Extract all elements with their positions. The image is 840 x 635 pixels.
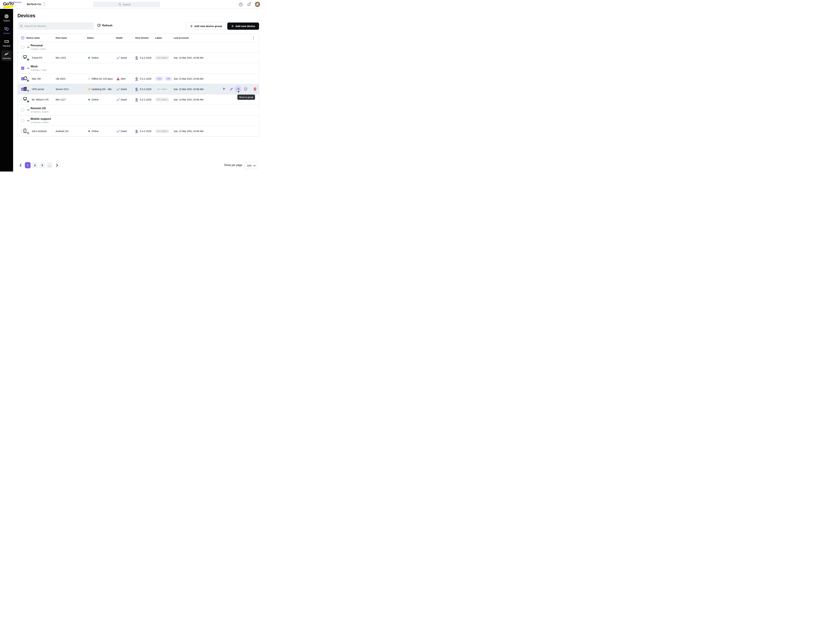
up-down-chevrons-icon <box>43 2 45 6</box>
sidebar-item-devices[interactable]: Devices <box>1 25 12 36</box>
page-button-3[interactable]: 3 <box>39 162 45 168</box>
company-switcher[interactable]: BizTech Co. <box>27 2 45 6</box>
col-host-version[interactable]: Host Version <box>135 36 148 39</box>
select-all-checkbox[interactable] <box>21 36 24 39</box>
refresh-icon <box>97 24 101 27</box>
delete-button[interactable] <box>253 87 257 91</box>
label-chip[interactable]: VM <box>165 77 172 81</box>
group-checkbox[interactable] <box>21 109 24 112</box>
sidebar-label-devices: Devices <box>3 32 10 34</box>
show-per-page-label: Show per page <box>224 164 242 167</box>
add-device-group-label: Add new device group <box>194 25 222 28</box>
product-name: Resolve <box>13 1 22 3</box>
sidebar-label-reporting: Reporting <box>3 57 11 59</box>
mac-vm-icon <box>23 76 29 81</box>
windows-logo-icon <box>27 101 29 102</box>
add-device-label: Add new device <box>235 25 255 28</box>
group-meta: 1 device, 0 alert <box>31 48 45 50</box>
label-chip[interactable]: Test <box>155 77 163 81</box>
device-row-joes-android[interactable]: Joe’s Android Android 231 Online Good G … <box>17 126 259 136</box>
device-row-travel-pc[interactable]: Travel PC Win 1023 Online Good G 5.3.2.1… <box>17 52 259 63</box>
global-search-input[interactable] <box>123 3 134 6</box>
col-last-accessed[interactable]: Last accessed <box>174 36 189 39</box>
refresh-button[interactable]: Refresh <box>97 24 112 27</box>
page-button-ellipsis[interactable]: … <box>47 162 52 168</box>
device-row-mr-wilsons-pc[interactable]: Mr. Wilson’s PC Win 1127 Online Good G 5… <box>17 94 259 105</box>
goto-host-icon: G <box>136 130 137 133</box>
linux-penguin-icon <box>27 90 29 92</box>
chevron-up-icon[interactable] <box>27 120 29 122</box>
windows-pc-icon <box>23 97 29 102</box>
sidebar-item-reporting[interactable]: Reporting <box>1 50 12 61</box>
shield-icon <box>244 87 247 91</box>
last-accessed: Sat, 13 Mar 2021 10:56 AM <box>174 77 204 80</box>
topbar-right <box>239 0 260 9</box>
main-content: Devices Refresh Add new device group <box>13 9 261 172</box>
group-name: Remote US <box>31 107 46 110</box>
status-text: Online <box>92 57 99 59</box>
group-checkbox[interactable] <box>21 119 24 122</box>
chevron-up-icon[interactable] <box>27 46 29 48</box>
device-row-vpn-server[interactable]: VPN server Server 2112 Updating OS - Idl… <box>17 84 259 94</box>
remote-control-button[interactable] <box>222 87 226 91</box>
goto-resolve-logo[interactable]: GoTo Resolve <box>3 1 24 8</box>
page-button-1[interactable]: 1 <box>25 162 31 168</box>
health-good-check-icon <box>117 98 120 101</box>
per-page-select[interactable]: 100 <box>245 162 257 169</box>
sidebar-item-helpdesk[interactable]: Helpdesk <box>1 38 12 49</box>
goto-host-icon: G <box>136 56 137 59</box>
add-device-group-button[interactable]: Add new device group <box>186 22 226 30</box>
group-checkbox[interactable] <box>21 46 24 49</box>
mouse-cursor <box>237 90 241 94</box>
group-meta: 10 devices, 3 alerts <box>31 111 49 113</box>
col-device-name[interactable]: Device name <box>26 36 40 39</box>
chevron-up-icon[interactable] <box>27 67 29 70</box>
last-accessed: Sat, 13 Mar 2021 10:56 AM <box>174 88 204 90</box>
windows-logo-icon <box>27 58 29 60</box>
user-avatar[interactable] <box>255 2 260 7</box>
sidebar-label-support: Support <box>3 20 10 22</box>
edit-button[interactable] <box>230 87 233 91</box>
labels-button[interactable] <box>244 87 248 91</box>
group-row-remote-us[interactable]: Remote US 10 devices, 3 alerts <box>17 105 259 115</box>
status-online-dot <box>88 99 90 100</box>
prev-page-button[interactable] <box>19 164 22 167</box>
host-name: Win 1127 <box>55 98 66 101</box>
group-checkbox-indeterminate[interactable] <box>21 67 24 70</box>
status-text: Online <box>92 130 99 133</box>
host-name: Server 2112 <box>55 88 69 90</box>
chevron-down-icon[interactable] <box>27 109 29 111</box>
group-row-personal[interactable]: Personal 1 device, 0 alert <box>17 42 259 52</box>
last-accessed: Sat, 13 Mar 2021 10:56 AM <box>174 98 204 101</box>
col-health[interactable]: Health <box>116 36 123 39</box>
table-options-button[interactable] <box>252 36 255 39</box>
devices-table: Device name Host name Status Health Host… <box>17 33 259 136</box>
pagination: 1 2 3 … Show per page 100 <box>13 162 261 169</box>
topbar-divider <box>24 2 24 7</box>
device-row-mac-vm[interactable]: Mac VM VM 2023 Offline for 120 days Aler… <box>17 73 259 84</box>
apple-logo-icon <box>27 79 29 82</box>
host-name: Win 1023 <box>55 57 66 59</box>
col-host-name[interactable]: Host name <box>55 36 67 39</box>
page-button-2[interactable]: 2 <box>32 162 38 168</box>
group-row-mobile-support[interactable]: Mobile support 10 devices, 3 alerts <box>17 115 259 126</box>
sidebar-nav: Support Devices Helpdesk Reporting <box>0 9 13 172</box>
notifications-button[interactable] <box>247 3 251 6</box>
next-page-button[interactable] <box>56 164 58 167</box>
status-text: Online <box>92 98 99 101</box>
device-search-input[interactable] <box>25 25 94 28</box>
trash-icon <box>253 87 257 91</box>
android-logo-icon <box>27 132 29 134</box>
host-version: 5.3.2.1029 <box>140 98 152 101</box>
company-name: BizTech Co. <box>27 3 42 6</box>
col-status[interactable]: Status <box>87 36 94 39</box>
device-search[interactable] <box>17 22 94 30</box>
group-row-work[interactable]: Work 2 devices, 1 alert <box>17 63 259 73</box>
global-search[interactable] <box>93 2 160 7</box>
help-button[interactable] <box>239 3 243 6</box>
health-text: Alert <box>121 77 126 80</box>
health-text: Good <box>121 57 126 59</box>
sidebar-item-support[interactable]: Support <box>1 12 12 23</box>
add-device-button[interactable]: Add new device <box>227 22 259 30</box>
col-labels[interactable]: Labels <box>155 36 162 39</box>
